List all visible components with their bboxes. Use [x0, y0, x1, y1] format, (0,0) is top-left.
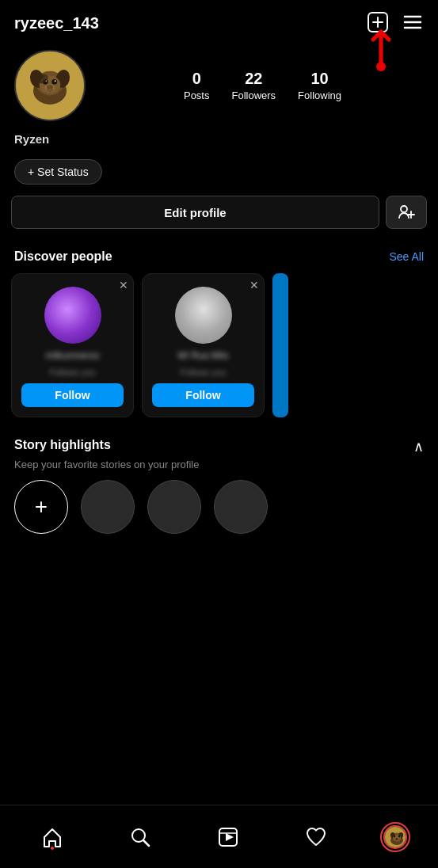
following-count: 10 — [310, 70, 328, 88]
edit-profile-button[interactable]: Edit profile — [11, 196, 379, 229]
discover-card-3-partial — [272, 273, 288, 417]
posts-count: 0 — [192, 70, 201, 88]
nav-avatar-icon — [385, 827, 407, 849]
nav-reels[interactable] — [204, 820, 252, 855]
header-icons — [367, 11, 424, 36]
see-all-button[interactable]: See All — [389, 250, 424, 263]
nav-profile[interactable] — [380, 822, 410, 852]
followers-label: Followers — [231, 89, 276, 101]
discover-scroll: ✕ milkumnerso Follows you Follow ✕ MI Ru… — [0, 273, 438, 430]
nav-activity[interactable] — [292, 820, 340, 855]
follow-button-2[interactable]: Follow — [152, 383, 254, 407]
following-label: Following — [298, 89, 341, 101]
svg-marker-27 — [226, 833, 234, 841]
svg-point-19 — [44, 84, 55, 92]
svg-point-35 — [393, 835, 394, 836]
close-card-2-button[interactable]: ✕ — [249, 279, 259, 291]
home-notification-dot — [51, 847, 54, 850]
highlight-circle-2[interactable] — [147, 480, 201, 534]
svg-point-36 — [398, 835, 399, 836]
highlights-subtitle: Keep your favorite stories on your profi… — [0, 459, 438, 480]
add-post-button[interactable] — [367, 11, 389, 36]
svg-point-37 — [395, 838, 398, 839]
highlight-1[interactable] — [81, 480, 135, 534]
add-person-button[interactable] — [386, 196, 427, 229]
nav-search[interactable] — [116, 820, 164, 855]
svg-line-25 — [143, 840, 149, 846]
highlights-header: Story highlights ∧ — [0, 430, 438, 459]
highlight-2[interactable] — [147, 480, 201, 534]
heart-icon — [305, 826, 327, 848]
profile-stats: 0 Posts 22 Followers 10 Following — [101, 70, 424, 101]
discover-avatar-2 — [175, 287, 232, 344]
highlights-row: + — [0, 480, 438, 550]
highlights-title: Story highlights — [14, 438, 111, 452]
reels-icon — [217, 826, 239, 848]
highlights-collapse-button[interactable]: ∧ — [413, 438, 424, 455]
posts-label: Posts — [184, 89, 210, 101]
stat-posts[interactable]: 0 Posts — [184, 70, 210, 101]
discover-sub-2: Follows you — [180, 367, 226, 377]
nav-profile-avatar — [383, 825, 407, 849]
close-card-1-button[interactable]: ✕ — [119, 279, 128, 291]
add-highlight-icon: + — [35, 494, 48, 520]
name-section: Ryzen — [0, 132, 438, 153]
discover-card: ✕ milkumnerso Follows you Follow — [11, 273, 134, 417]
add-highlight-circle[interactable]: + — [14, 480, 68, 534]
profile-avatar[interactable] — [14, 50, 86, 121]
username-label: ryzeec_143 — [14, 14, 99, 32]
search-icon — [129, 826, 151, 848]
discover-avatar-1 — [44, 287, 101, 344]
highlight-add-new[interactable]: + — [14, 480, 68, 534]
bottom-nav — [0, 805, 438, 868]
action-buttons: Edit profile — [0, 196, 438, 242]
discover-header: Discover people See All — [0, 242, 438, 273]
discover-name-2: MI Rua Mits — [152, 350, 254, 361]
stat-followers[interactable]: 22 Followers — [231, 70, 276, 101]
home-icon — [41, 826, 63, 848]
nav-home[interactable] — [29, 820, 76, 855]
highlight-circle-1[interactable] — [81, 480, 135, 534]
followers-count: 22 — [245, 70, 262, 88]
discover-sub-1: Follows you — [49, 367, 95, 377]
discover-card-2: ✕ MI Rua Mits Follows you Follow — [142, 273, 265, 417]
highlight-3[interactable] — [214, 480, 268, 534]
profile-section: 0 Posts 22 Followers 10 Following — [0, 42, 438, 132]
discover-name-1: milkumnerso — [21, 350, 124, 361]
svg-point-15 — [51, 79, 57, 85]
stat-following[interactable]: 10 Following — [298, 70, 341, 101]
svg-point-17 — [55, 80, 56, 82]
set-status-button[interactable]: + Set Status — [14, 159, 102, 185]
highlight-circle-3[interactable] — [214, 480, 268, 534]
header: ryzeec_143 — [0, 0, 438, 42]
menu-button[interactable] — [402, 11, 424, 36]
discover-title: Discover people — [14, 249, 112, 264]
svg-point-21 — [401, 206, 407, 212]
display-name: Ryzen — [14, 132, 49, 146]
follow-button-1[interactable]: Follow — [21, 383, 124, 407]
